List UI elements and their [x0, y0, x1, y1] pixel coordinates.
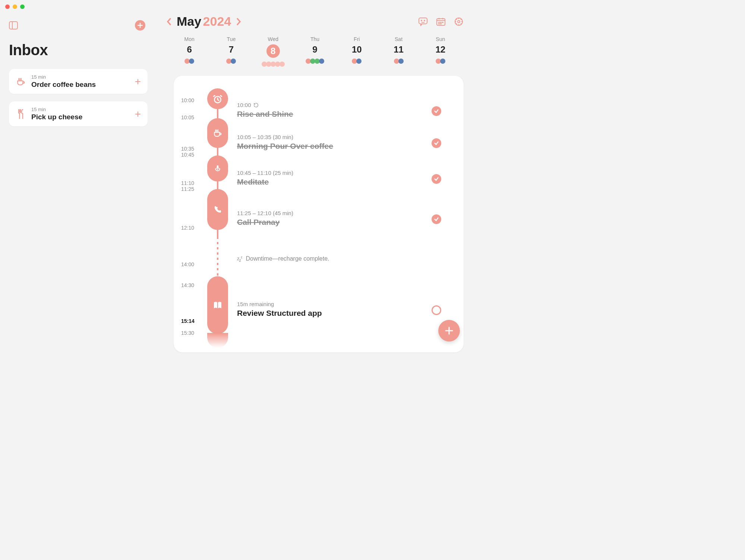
- event-meta: 10:00: [237, 102, 441, 108]
- time-label: 12:10: [181, 225, 194, 231]
- feedback-icon[interactable]: [418, 17, 428, 26]
- event-pill[interactable]: [207, 118, 228, 148]
- activity-dot: [280, 62, 285, 67]
- day-cell[interactable]: Sun 12: [420, 36, 461, 67]
- event-meta: 10:05 – 10:35 (30 min): [237, 134, 441, 140]
- complete-toggle[interactable]: [432, 305, 441, 315]
- main-panel: May 2024 Mon 6 Tue 7 Wed 8 Thu 9 Fri: [157, 0, 473, 355]
- time-label: 14:00: [181, 261, 194, 267]
- day-number: 10: [336, 44, 378, 55]
- svg-rect-0: [9, 22, 18, 29]
- day-of-week: Wed: [252, 36, 294, 42]
- inbox-item[interactable]: 15 min Pick up cheese +: [9, 101, 148, 126]
- complete-toggle[interactable]: [432, 106, 441, 116]
- time-label: 11:10: [181, 180, 194, 186]
- day-cell[interactable]: Thu 9: [294, 36, 336, 67]
- time-gutter: 10:0010:0510:3510:4511:1011:2512:1014:00…: [181, 76, 203, 352]
- year-label: 2024: [203, 14, 231, 28]
- sidebar: Inbox 15 min Order coffee beans + 15 min…: [0, 0, 157, 355]
- event-meta: 15m remaining: [237, 301, 441, 307]
- event-pill[interactable]: [207, 88, 228, 109]
- event-meta: 11:25 – 12:10 (45 min): [237, 210, 441, 216]
- day-of-week: Thu: [294, 36, 336, 42]
- svg-point-17: [458, 21, 460, 23]
- time-label: 15:14: [181, 318, 195, 324]
- timeline-event[interactable]: 10:45 – 11:10 (25 min) Meditate: [237, 170, 441, 186]
- pill-column: [207, 88, 228, 352]
- now-indicator: [207, 333, 228, 348]
- event-pill-current[interactable]: [207, 276, 228, 334]
- coffee-icon: [16, 77, 26, 86]
- day-cell[interactable]: Tue 7: [210, 36, 252, 67]
- inbox-item-title: Order coffee beans: [31, 81, 130, 89]
- day-of-week: Sun: [420, 36, 461, 42]
- downtime-message: zzzDowntime—recharge complete.: [237, 255, 329, 262]
- activity-dot: [231, 59, 236, 64]
- day-number: 8: [266, 44, 280, 58]
- plus-icon[interactable]: +: [135, 109, 141, 119]
- inbox-item-duration: 15 min: [31, 74, 130, 80]
- calendar-icon[interactable]: [436, 17, 446, 26]
- day-of-week: Mon: [168, 36, 210, 42]
- activity-dot: [356, 59, 362, 64]
- inbox-item-duration: 15 min: [31, 107, 130, 112]
- settings-icon[interactable]: [454, 17, 464, 26]
- date-navigation: May 2024: [166, 14, 242, 29]
- complete-toggle[interactable]: [432, 138, 441, 148]
- next-week-button[interactable]: [236, 18, 242, 26]
- day-cell[interactable]: Wed 8: [252, 36, 294, 67]
- timeline-event[interactable]: 15m remaining Review Structured app: [237, 301, 441, 318]
- sidebar-toggle-icon[interactable]: [9, 21, 18, 29]
- time-label: 11:25: [181, 186, 194, 192]
- svg-point-14: [439, 23, 439, 24]
- plus-icon[interactable]: +: [135, 76, 141, 87]
- time-label: 10:45: [181, 152, 194, 158]
- day-cell[interactable]: Mon 6: [168, 36, 210, 67]
- day-number: 6: [168, 44, 210, 55]
- event-title: Review Structured app: [237, 309, 441, 318]
- timeline-event[interactable]: 10:00 Rise and Shine: [237, 102, 441, 119]
- activity-dot: [440, 59, 445, 64]
- timeline-event[interactable]: 11:25 – 12:10 (45 min) Call Pranay: [237, 210, 441, 227]
- day-of-week: Sat: [378, 36, 419, 42]
- complete-toggle[interactable]: [432, 174, 441, 184]
- time-label: 14:30: [181, 282, 194, 288]
- event-pill[interactable]: [207, 155, 228, 182]
- add-event-fab[interactable]: [438, 320, 460, 342]
- month-label: May: [177, 14, 201, 28]
- utensils-icon: [16, 109, 26, 119]
- day-cell[interactable]: Sat 11: [378, 36, 419, 67]
- day-number: 12: [420, 44, 461, 55]
- time-label: 10:05: [181, 114, 194, 120]
- day-number: 11: [378, 44, 419, 55]
- prev-week-button[interactable]: [166, 18, 171, 26]
- add-inbox-task-button[interactable]: [135, 20, 145, 31]
- time-label: 10:35: [181, 146, 194, 152]
- day-of-week: Tue: [210, 36, 252, 42]
- event-title: Call Pranay: [237, 218, 441, 227]
- event-title: Morning Pour Over coffee: [237, 142, 441, 151]
- activity-dot: [319, 59, 324, 64]
- svg-point-6: [424, 20, 425, 21]
- complete-toggle[interactable]: [432, 214, 441, 224]
- svg-rect-4: [419, 18, 427, 24]
- inbox-title: Inbox: [9, 42, 148, 59]
- day-number: 9: [294, 44, 336, 55]
- week-strip: Mon 6 Tue 7 Wed 8 Thu 9 Fri 10 Sat 11 Su…: [166, 36, 464, 76]
- day-cell[interactable]: Fri 10: [336, 36, 378, 67]
- inbox-item[interactable]: 15 min Order coffee beans +: [9, 69, 148, 94]
- svg-point-19: [217, 166, 219, 167]
- day-number: 7: [210, 44, 252, 55]
- event-pill[interactable]: [207, 189, 228, 230]
- svg-point-15: [441, 23, 441, 24]
- svg-point-5: [421, 20, 422, 21]
- event-title: Meditate: [237, 177, 441, 186]
- timeline-event[interactable]: 10:05 – 10:35 (30 min) Morning Pour Over…: [237, 134, 441, 151]
- sleep-icon: zzz: [237, 255, 242, 262]
- svg-point-11: [439, 22, 439, 23]
- timeline-card: 10:0010:0510:3510:4511:1011:2512:1014:00…: [174, 76, 464, 352]
- event-title: Rise and Shine: [237, 110, 441, 119]
- day-of-week: Fri: [336, 36, 378, 42]
- event-column: 10:00 Rise and Shine 10:05 – 10:35 (30 m…: [237, 88, 456, 352]
- inbox-item-title: Pick up cheese: [31, 113, 130, 121]
